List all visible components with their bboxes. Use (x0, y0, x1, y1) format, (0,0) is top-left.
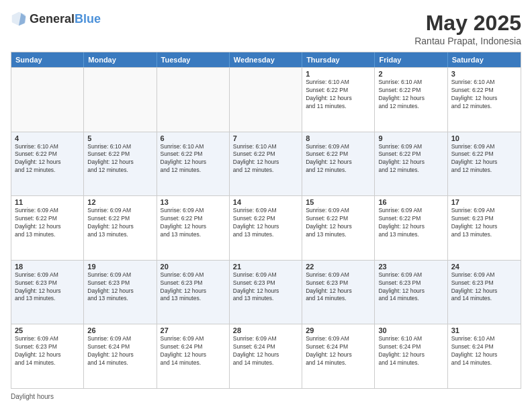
calendar-row-1: 1Sunrise: 6:10 AM Sunset: 6:22 PM Daylig… (11, 67, 521, 132)
calendar-day-18: 18Sunrise: 6:09 AM Sunset: 6:23 PM Dayli… (11, 261, 84, 324)
calendar-body: 1Sunrise: 6:10 AM Sunset: 6:22 PM Daylig… (11, 67, 521, 388)
day-number: 23 (378, 263, 443, 271)
calendar-header-cell-saturday: Saturday (448, 52, 521, 67)
day-info: Sunrise: 6:09 AM Sunset: 6:22 PM Dayligh… (378, 143, 443, 175)
day-info: Sunrise: 6:10 AM Sunset: 6:24 PM Dayligh… (451, 335, 517, 367)
day-number: 4 (15, 134, 80, 142)
day-info: Sunrise: 6:09 AM Sunset: 6:24 PM Dayligh… (233, 335, 298, 367)
calendar-day-20: 20Sunrise: 6:09 AM Sunset: 6:23 PM Dayli… (157, 261, 230, 324)
day-number: 29 (306, 326, 371, 334)
calendar-header-cell-sunday: Sunday (11, 52, 84, 67)
calendar-day-30: 30Sunrise: 6:10 AM Sunset: 6:24 PM Dayli… (375, 324, 447, 388)
day-info: Sunrise: 6:09 AM Sunset: 6:23 PM Dayligh… (451, 207, 517, 239)
day-info: Sunrise: 6:10 AM Sunset: 6:22 PM Dayligh… (87, 143, 152, 175)
day-number: 15 (306, 198, 371, 206)
day-info: Sunrise: 6:09 AM Sunset: 6:22 PM Dayligh… (233, 207, 298, 239)
calendar-row-3: 11Sunrise: 6:09 AM Sunset: 6:22 PM Dayli… (11, 195, 521, 260)
calendar-day-1: 1Sunrise: 6:10 AM Sunset: 6:22 PM Daylig… (302, 68, 375, 132)
day-info: Sunrise: 6:09 AM Sunset: 6:23 PM Dayligh… (15, 271, 80, 304)
calendar-day-17: 17Sunrise: 6:09 AM Sunset: 6:23 PM Dayli… (448, 196, 521, 260)
calendar: SundayMondayTuesdayWednesdayThursdayFrid… (11, 52, 521, 389)
day-info: Sunrise: 6:09 AM Sunset: 6:24 PM Dayligh… (87, 335, 152, 367)
calendar-header-cell-wednesday: Wednesday (230, 52, 302, 67)
calendar-header-cell-friday: Friday (375, 52, 447, 67)
calendar-empty-cell (230, 68, 302, 132)
day-number: 17 (451, 198, 517, 206)
day-number: 27 (161, 326, 226, 334)
calendar-day-27: 27Sunrise: 6:09 AM Sunset: 6:24 PM Dayli… (157, 324, 230, 388)
day-number: 1 (306, 70, 371, 78)
day-number: 20 (161, 263, 226, 271)
day-info: Sunrise: 6:09 AM Sunset: 6:23 PM Dayligh… (15, 335, 80, 367)
day-number: 12 (87, 198, 152, 206)
day-info: Sunrise: 6:10 AM Sunset: 6:22 PM Dayligh… (15, 143, 80, 175)
day-number: 7 (233, 134, 298, 142)
calendar-day-10: 10Sunrise: 6:09 AM Sunset: 6:22 PM Dayli… (448, 132, 521, 196)
calendar-day-15: 15Sunrise: 6:09 AM Sunset: 6:22 PM Dayli… (302, 196, 375, 260)
day-info: Sunrise: 6:09 AM Sunset: 6:23 PM Dayligh… (161, 271, 226, 304)
page: GeneralBlue May 2025 Rantau Prapat, Indo… (0, 0, 532, 411)
calendar-day-28: 28Sunrise: 6:09 AM Sunset: 6:24 PM Dayli… (230, 324, 302, 388)
calendar-day-6: 6Sunrise: 6:10 AM Sunset: 6:22 PM Daylig… (157, 132, 230, 196)
day-number: 31 (451, 326, 517, 334)
day-number: 25 (15, 326, 80, 334)
day-info: Sunrise: 6:09 AM Sunset: 6:23 PM Dayligh… (451, 271, 517, 304)
day-info: Sunrise: 6:09 AM Sunset: 6:24 PM Dayligh… (161, 335, 226, 367)
calendar-empty-cell (11, 68, 84, 132)
day-number: 2 (378, 70, 443, 78)
day-info: Sunrise: 6:09 AM Sunset: 6:23 PM Dayligh… (233, 271, 298, 304)
day-number: 21 (233, 263, 298, 271)
calendar-day-25: 25Sunrise: 6:09 AM Sunset: 6:23 PM Dayli… (11, 324, 84, 388)
calendar-day-9: 9Sunrise: 6:09 AM Sunset: 6:22 PM Daylig… (375, 132, 447, 196)
day-number: 28 (233, 326, 298, 334)
day-number: 13 (161, 198, 226, 206)
day-number: 9 (378, 134, 443, 142)
logo-blue: Blue (75, 12, 101, 26)
calendar-day-14: 14Sunrise: 6:09 AM Sunset: 6:22 PM Dayli… (230, 196, 302, 260)
day-info: Sunrise: 6:09 AM Sunset: 6:23 PM Dayligh… (306, 271, 371, 304)
calendar-day-23: 23Sunrise: 6:09 AM Sunset: 6:23 PM Dayli… (375, 261, 447, 324)
calendar-day-13: 13Sunrise: 6:09 AM Sunset: 6:22 PM Dayli… (157, 196, 230, 260)
day-info: Sunrise: 6:10 AM Sunset: 6:24 PM Dayligh… (378, 335, 443, 367)
subtitle: Rantau Prapat, Indonesia (414, 36, 521, 46)
calendar-day-8: 8Sunrise: 6:09 AM Sunset: 6:22 PM Daylig… (302, 132, 375, 196)
day-number: 30 (378, 326, 443, 334)
calendar-header-cell-tuesday: Tuesday (157, 52, 230, 67)
day-number: 26 (87, 326, 152, 334)
generalblue-logo-icon (11, 11, 27, 27)
calendar-day-24: 24Sunrise: 6:09 AM Sunset: 6:23 PM Dayli… (448, 261, 521, 324)
calendar-header-cell-thursday: Thursday (302, 52, 375, 67)
day-info: Sunrise: 6:09 AM Sunset: 6:22 PM Dayligh… (451, 143, 517, 175)
day-number: 24 (451, 263, 517, 271)
calendar-day-11: 11Sunrise: 6:09 AM Sunset: 6:22 PM Dayli… (11, 196, 84, 260)
day-info: Sunrise: 6:10 AM Sunset: 6:22 PM Dayligh… (161, 143, 226, 175)
day-info: Sunrise: 6:09 AM Sunset: 6:22 PM Dayligh… (87, 207, 152, 239)
day-number: 16 (378, 198, 443, 206)
day-info: Sunrise: 6:09 AM Sunset: 6:23 PM Dayligh… (378, 271, 443, 304)
day-number: 18 (15, 263, 80, 271)
day-info: Sunrise: 6:09 AM Sunset: 6:22 PM Dayligh… (161, 207, 226, 239)
calendar-day-16: 16Sunrise: 6:09 AM Sunset: 6:22 PM Dayli… (375, 196, 447, 260)
day-number: 22 (306, 263, 371, 271)
calendar-day-31: 31Sunrise: 6:10 AM Sunset: 6:24 PM Dayli… (448, 324, 521, 388)
calendar-day-3: 3Sunrise: 6:10 AM Sunset: 6:22 PM Daylig… (448, 68, 521, 132)
day-info: Sunrise: 6:10 AM Sunset: 6:22 PM Dayligh… (306, 79, 371, 111)
day-info: Sunrise: 6:09 AM Sunset: 6:22 PM Dayligh… (15, 207, 80, 239)
title-area: May 2025 Rantau Prapat, Indonesia (414, 11, 521, 46)
calendar-day-22: 22Sunrise: 6:09 AM Sunset: 6:23 PM Dayli… (302, 261, 375, 324)
day-info: Sunrise: 6:09 AM Sunset: 6:22 PM Dayligh… (306, 143, 371, 175)
calendar-day-7: 7Sunrise: 6:10 AM Sunset: 6:22 PM Daylig… (230, 132, 302, 196)
calendar-header: SundayMondayTuesdayWednesdayThursdayFrid… (11, 52, 521, 67)
header: GeneralBlue May 2025 Rantau Prapat, Indo… (11, 11, 521, 46)
day-info: Sunrise: 6:09 AM Sunset: 6:22 PM Dayligh… (378, 207, 443, 239)
calendar-day-19: 19Sunrise: 6:09 AM Sunset: 6:23 PM Dayli… (84, 261, 157, 324)
daylight-label: Daylight hours (11, 393, 54, 400)
calendar-row-4: 18Sunrise: 6:09 AM Sunset: 6:23 PM Dayli… (11, 260, 521, 324)
calendar-empty-cell (84, 68, 157, 132)
calendar-day-4: 4Sunrise: 6:10 AM Sunset: 6:22 PM Daylig… (11, 132, 84, 196)
calendar-day-26: 26Sunrise: 6:09 AM Sunset: 6:24 PM Dayli… (84, 324, 157, 388)
calendar-empty-cell (157, 68, 230, 132)
day-number: 8 (306, 134, 371, 142)
day-number: 6 (161, 134, 226, 142)
logo: GeneralBlue (11, 11, 101, 27)
